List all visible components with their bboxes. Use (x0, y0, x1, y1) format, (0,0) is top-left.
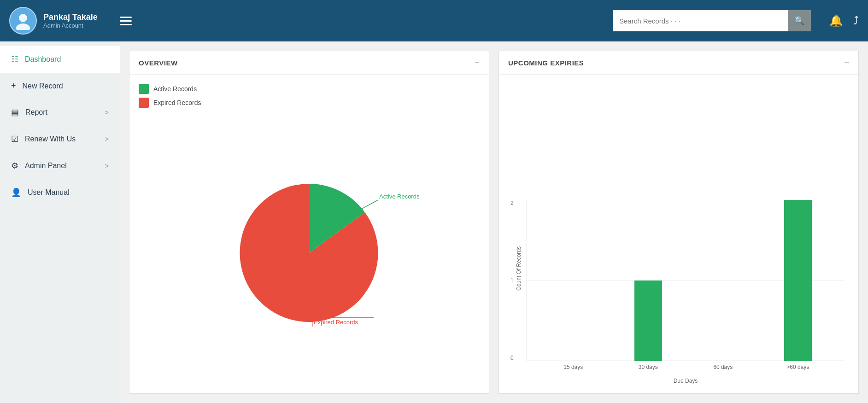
svg-point-0 (19, 14, 27, 22)
sidebar-item-label: Renew With Us (25, 135, 76, 143)
expiries-title: UPCOMING EXPIRIES (508, 59, 584, 67)
sidebar-item-new-record[interactable]: + New Record (0, 73, 120, 99)
user-role: Admin Account (43, 22, 98, 29)
sidebar-item-admin[interactable]: ⚙ Admin Panel > (0, 152, 120, 179)
plus-icon: + (11, 81, 16, 91)
expiries-panel-header: UPCOMING EXPIRIES − (499, 51, 858, 75)
bar-group-30days (611, 200, 686, 361)
svg-point-1 (16, 23, 30, 30)
pie-chart: Active Records Expired Records (212, 161, 406, 336)
sidebar-item-label: New Record (23, 82, 63, 90)
chevron-right-icon: > (105, 109, 109, 116)
x-label-60plus: >60 days (761, 361, 836, 375)
x-label-15days: 15 days (536, 361, 611, 375)
grid-icon: ☷ (11, 54, 18, 64)
search-button[interactable]: 🔍 (788, 10, 811, 31)
bar-60plus (784, 200, 812, 361)
sidebar-item-dashboard[interactable]: ☷ Dashboard (0, 46, 120, 73)
header: Pankaj Takale Admin Account 🔍 🔔 ⤴ (0, 0, 868, 41)
x-axis-title: Due Days (527, 378, 845, 384)
sidebar-item-label: Dashboard (25, 55, 61, 64)
search-container: 🔍 (613, 10, 811, 31)
sidebar-item-label: User Manual (28, 188, 70, 197)
main-content: OVERVIEW − Active Records Expired Record… (120, 41, 868, 403)
avatar (9, 7, 37, 35)
x-label-60days: 60 days (686, 361, 761, 375)
search-input[interactable] (613, 10, 788, 31)
expired-annotation-text: Expired Records (314, 319, 358, 326)
bar-30days (634, 280, 662, 361)
overview-panel: OVERVIEW − Active Records Expired Record… (129, 51, 489, 394)
hamburger-menu[interactable] (116, 13, 135, 29)
sidebar-item-label: Report (25, 108, 47, 117)
chevron-right-icon: > (105, 135, 109, 143)
overview-title: OVERVIEW (139, 59, 178, 67)
main-layout: ☷ Dashboard + New Record ▤ Report > ☑ Re… (0, 41, 868, 403)
y-label-2: 2 (510, 200, 514, 206)
minimize-expiries-button[interactable]: − (844, 58, 849, 67)
overview-panel-body: Active Records Expired Records (129, 75, 489, 393)
chart-legend: Active Records Expired Records (139, 84, 480, 108)
y-label-1: 1 (510, 277, 514, 284)
active-legend-label: Active Records (153, 85, 197, 93)
user-info: Pankaj Takale Admin Account (43, 12, 98, 29)
expiries-panel: UPCOMING EXPIRIES − Count Of Records 2 1… (499, 51, 859, 394)
x-label-30days: 30 days (611, 361, 686, 375)
check-square-icon: ☑ (11, 134, 18, 144)
expired-legend-box (139, 98, 149, 108)
bell-icon[interactable]: 🔔 (829, 14, 843, 27)
active-legend-box (139, 84, 149, 94)
bar-chart-inner: Count Of Records 2 1 0 (527, 200, 845, 375)
bar-group-15days (536, 200, 611, 361)
bar-chart-icon: ▤ (11, 107, 19, 117)
bar-group-60plus (761, 200, 836, 361)
active-annotation-text: Active Records (379, 193, 420, 200)
y-label-0: 0 (510, 355, 514, 361)
minimize-overview-button[interactable]: − (475, 58, 480, 67)
y-axis-labels: 2 1 0 (510, 200, 514, 361)
pie-chart-container: Active Records Expired Records (139, 112, 480, 384)
sidebar-item-report[interactable]: ▤ Report > (0, 99, 120, 126)
y-axis-title: Count Of Records (516, 246, 522, 291)
sidebar-item-manual[interactable]: 👤 User Manual (0, 179, 120, 206)
sidebar-item-label: Admin Panel (25, 162, 67, 170)
x-axis-labels: 15 days 30 days 60 days >60 days (527, 361, 845, 375)
legend-expired: Expired Records (139, 98, 480, 108)
user-icon: 👤 (11, 187, 21, 198)
expiries-panel-body: Count Of Records 2 1 0 (499, 75, 858, 393)
logout-icon[interactable]: ⤴ (853, 14, 859, 27)
chevron-right-icon: > (105, 162, 109, 169)
user-name: Pankaj Takale (43, 12, 98, 22)
user-profile: Pankaj Takale Admin Account (9, 7, 98, 35)
header-icons: 🔔 ⤴ (829, 14, 859, 27)
sidebar: ☷ Dashboard + New Record ▤ Report > ☑ Re… (0, 41, 120, 403)
legend-active: Active Records (139, 84, 480, 94)
bar-chart-container: Count Of Records 2 1 0 (508, 84, 849, 384)
overview-panel-header: OVERVIEW − (129, 51, 489, 75)
bar-group-60days (686, 200, 761, 361)
gear-icon: ⚙ (11, 161, 18, 171)
bars-area (527, 200, 845, 361)
expired-legend-label: Expired Records (153, 99, 201, 106)
sidebar-item-renew[interactable]: ☑ Renew With Us > (0, 126, 120, 152)
